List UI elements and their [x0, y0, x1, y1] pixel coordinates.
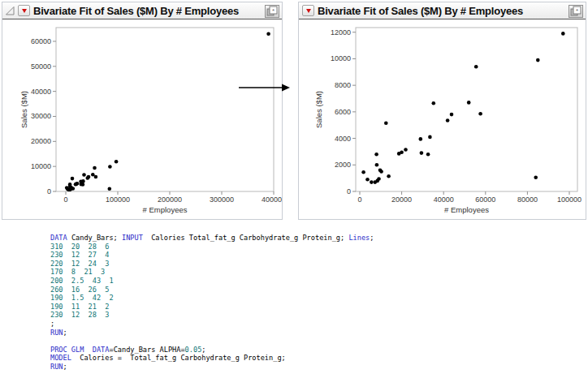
x-tick-label: 400000 [262, 196, 282, 204]
data-point[interactable] [361, 170, 365, 174]
layered-squares-star-icon-button[interactable]: * [265, 5, 279, 18]
panel-header: Bivariate Fit of Sales ($M) By # Employe… [299, 2, 586, 19]
scatter-plot-zoomed[interactable]: 0200004000060000800001000000200040006000… [299, 19, 586, 222]
x-tick-label: 60000 [475, 196, 495, 204]
data-point[interactable] [375, 163, 379, 167]
x-axis-title: # Employees [444, 205, 489, 214]
layered-squares-star-icon: * [266, 6, 279, 17]
data-point[interactable] [68, 183, 72, 187]
code-keyword: Lines [348, 234, 370, 242]
code-line: MODEL Calories = Total_fat_g Carbohydrat… [50, 354, 374, 363]
data-point[interactable] [446, 118, 450, 122]
red-triangle-menu-button[interactable] [302, 5, 314, 16]
code-line [50, 337, 374, 346]
data-point[interactable] [534, 176, 538, 180]
y-tick-label: 4000 [335, 135, 351, 143]
data-point[interactable] [428, 135, 432, 140]
report-panel-full-range: Bivariate Fit of Sales ($M) By # Employe… [2, 2, 283, 220]
code-line: 230 12 28 3 [50, 311, 374, 320]
data-point[interactable] [81, 179, 85, 183]
data-point[interactable] [365, 178, 370, 182]
code-number: 0.05 [185, 346, 202, 354]
x-tick-label: 80000 [517, 196, 538, 204]
code-line: 260 16 26 5 [50, 286, 374, 294]
data-point[interactable] [400, 150, 404, 154]
panel-title: Bivariate Fit of Sales ($M) By # Employe… [33, 5, 239, 17]
x-tick-label: 20000 [391, 196, 412, 204]
code-number: 220 12 24 3 [50, 260, 109, 268]
code-text: ; [201, 346, 205, 354]
code-line: 220 12 24 3 [50, 260, 374, 269]
y-tick-label: 0 [47, 187, 51, 196]
data-point[interactable] [108, 187, 112, 191]
y-tick-label: 20000 [31, 137, 51, 145]
data-point[interactable] [76, 182, 80, 186]
y-tick-label: 10000 [331, 54, 351, 62]
code-number: 190 1.5 42 2 [50, 294, 114, 302]
code-line: PROC GLM DATA=Candy_Bars ALPHA=0.05; [50, 346, 374, 354]
data-point[interactable] [474, 65, 478, 69]
data-point[interactable] [94, 175, 98, 179]
code-line: 230 12 27 4 [50, 251, 374, 260]
disclosure-triangle-icon[interactable] [6, 6, 15, 15]
y-axis-title: Sales ($M) [314, 91, 323, 128]
code-line: 190 1.5 42 2 [50, 294, 374, 303]
data-point[interactable] [71, 187, 76, 191]
layered-squares-star-icon-button[interactable]: * [569, 5, 583, 18]
code-number: 230 12 28 3 [50, 311, 109, 319]
code-line: ; [50, 320, 374, 329]
code-text: ; [50, 320, 54, 328]
red-triangle-menu-button[interactable] [18, 5, 30, 16]
data-point[interactable] [387, 174, 391, 178]
data-point[interactable] [450, 113, 454, 117]
scatter-plot-full-range[interactable]: 0100000200000300000400000010000200003000… [2, 19, 282, 222]
plot-frame [356, 28, 577, 191]
red-triangle-icon [22, 9, 27, 13]
data-point[interactable] [115, 160, 119, 164]
data-point[interactable] [108, 165, 112, 169]
data-point[interactable] [536, 58, 540, 62]
data-point[interactable] [420, 151, 424, 155]
data-point[interactable] [377, 177, 381, 181]
data-point[interactable] [82, 173, 86, 177]
data-point[interactable] [467, 101, 471, 105]
app-canvas: { "colors": { "keyword": "#2a2ac8", "num… [0, 0, 588, 391]
data-point[interactable] [266, 32, 270, 36]
data-point[interactable] [374, 153, 378, 157]
code-number: 200 2.5 43 1 [50, 277, 114, 285]
data-point[interactable] [419, 137, 423, 141]
code-number: 230 12 27 4 [50, 251, 109, 259]
y-tick-label: 12000 [331, 28, 351, 37]
data-point[interactable] [87, 175, 91, 179]
data-point[interactable] [370, 180, 374, 184]
data-point[interactable] [478, 112, 482, 116]
panel-title: Bivariate Fit of Sales ($M) By # Employe… [318, 5, 523, 17]
code-line: DATA Candy_Bars; INPUT Calories Total_fa… [50, 234, 374, 243]
y-tick-label: 40000 [31, 88, 51, 96]
x-tick-label: 100000 [557, 196, 582, 204]
data-point[interactable] [384, 122, 388, 126]
data-point[interactable] [426, 153, 430, 157]
y-tick-label: 2000 [335, 161, 351, 169]
data-point[interactable] [561, 32, 565, 36]
red-triangle-icon [306, 9, 311, 13]
code-text: ; [63, 329, 67, 337]
y-tick-label: 8000 [335, 81, 351, 89]
code-line: 170 8 21 3 [50, 268, 374, 277]
code-text: Calories Total_fat_g Carbohydrate_g Prot… [143, 234, 349, 242]
x-tick-label: 200000 [158, 196, 182, 204]
y-tick-label: 6000 [335, 108, 351, 116]
data-point[interactable] [379, 170, 383, 174]
y-axis-title: Sales ($M) [19, 91, 28, 128]
code-text [50, 337, 54, 345]
data-point[interactable] [432, 101, 436, 105]
code-editor[interactable]: DATA Candy_Bars; INPUT Calories Total_fa… [50, 234, 374, 372]
y-tick-label: 30000 [31, 112, 51, 120]
data-point[interactable] [81, 183, 85, 187]
data-point[interactable] [71, 177, 75, 181]
x-tick-label: 40000 [434, 196, 454, 204]
x-tick-label: 300000 [210, 196, 234, 204]
data-point[interactable] [404, 148, 408, 152]
data-point[interactable] [93, 166, 97, 170]
code-keyword: RUN [50, 329, 63, 337]
